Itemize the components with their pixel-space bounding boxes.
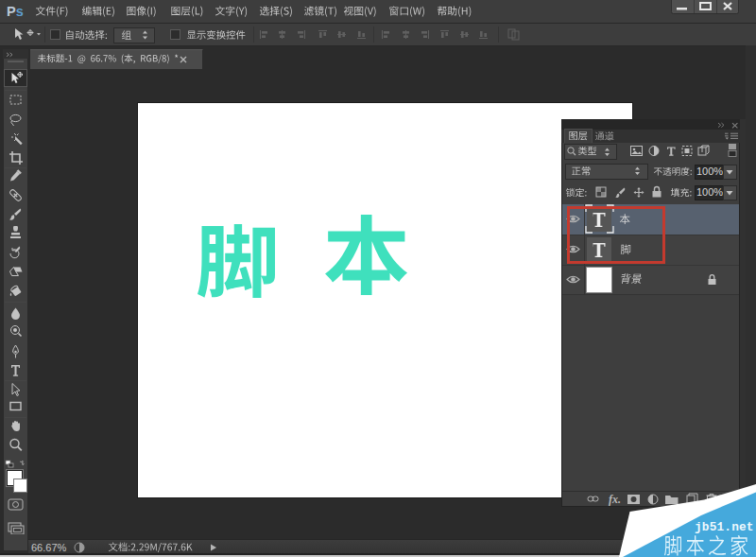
svg-text:Ps: Ps <box>7 4 24 19</box>
